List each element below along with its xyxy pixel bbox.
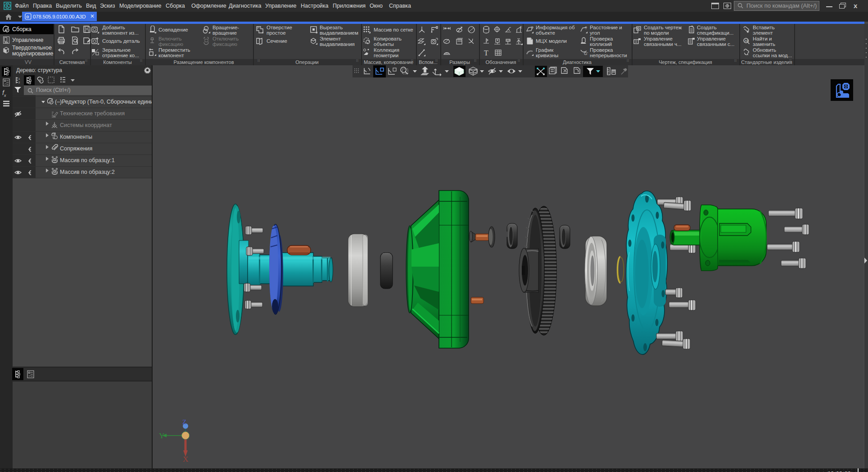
svg-text:1: 1	[18, 77, 20, 80]
svg-text:X: X	[183, 455, 188, 462]
svg-text:2: 2	[18, 81, 20, 84]
svg-text:G?: G?	[584, 51, 588, 56]
svg-text:T: T	[484, 49, 488, 57]
svg-text:AB: AB	[745, 39, 749, 42]
svg-text:E: E	[520, 26, 522, 29]
svg-text:Z: Z	[182, 419, 186, 426]
svg-text:?: ?	[531, 26, 533, 30]
svg-text:?: ?	[585, 26, 587, 30]
svg-text:Y: Y	[159, 431, 164, 440]
